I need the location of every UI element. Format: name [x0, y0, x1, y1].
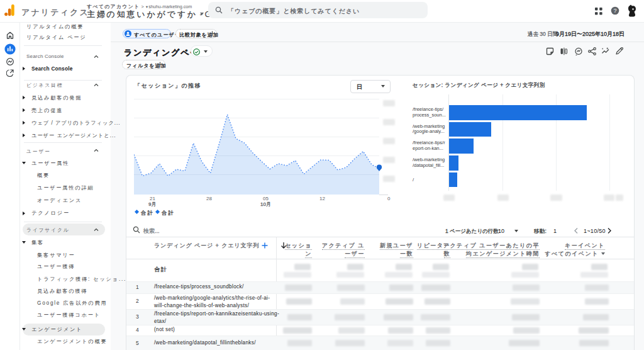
svg-text:?: ?: [613, 8, 616, 14]
